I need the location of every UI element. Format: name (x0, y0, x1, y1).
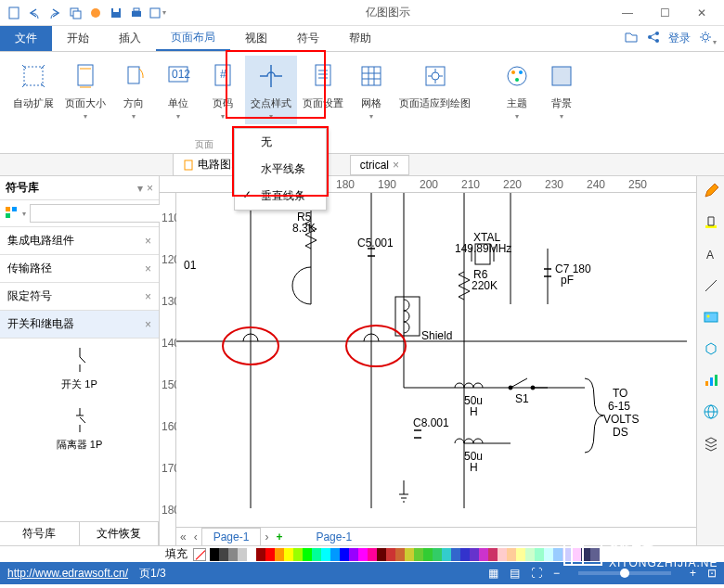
rt-chart-icon[interactable] (700, 369, 722, 391)
shape-isolator-1p[interactable]: 隔离器 1P (7, 406, 151, 452)
color-swatch[interactable] (544, 548, 553, 561)
color-swatch[interactable] (562, 548, 572, 561)
color-swatch[interactable] (525, 548, 535, 561)
qa-redo-icon[interactable] (45, 3, 65, 23)
qa-export-icon[interactable]: ▾ (147, 3, 167, 23)
library-icon[interactable] (4, 205, 19, 223)
qa-color-icon[interactable] (85, 3, 106, 23)
panel-tab-library[interactable]: 符号库 (0, 522, 80, 545)
ribbon-theme[interactable]: 主题 ▾ (495, 56, 539, 124)
color-swatch[interactable] (535, 548, 544, 561)
ribbon-grid[interactable]: 网格 ▾ (349, 56, 394, 124)
color-swatch[interactable] (219, 548, 228, 561)
view-full-icon[interactable]: ⛶ (531, 567, 542, 580)
menu-symbol[interactable]: 符号 (282, 26, 334, 51)
page-nav-next[interactable]: › (261, 530, 272, 543)
qa-copy-icon[interactable] (65, 3, 85, 23)
category-transmission[interactable]: 传输路径× (0, 255, 159, 283)
ribbon-crossstyle[interactable]: 交点样式 ▾ (245, 56, 297, 124)
qa-new-icon[interactable] (4, 3, 24, 23)
color-swatch[interactable] (516, 548, 525, 561)
panel-tab-recovery[interactable]: 文件恢复 (80, 522, 160, 545)
zoom-in-button[interactable]: + (690, 567, 696, 580)
chevron-down-icon[interactable]: ▾ (137, 182, 143, 195)
color-swatch[interactable] (405, 548, 414, 561)
rt-globe-icon[interactable] (700, 401, 722, 423)
color-swatch[interactable] (377, 548, 386, 561)
rt-layers-icon[interactable] (700, 432, 722, 454)
page-tab-2[interactable]: Page-1 (304, 529, 363, 545)
qa-print-icon[interactable] (126, 3, 147, 23)
zoom-slider[interactable] (578, 571, 671, 575)
close-icon[interactable]: × (145, 235, 151, 248)
qa-save-icon[interactable] (106, 3, 126, 23)
status-url[interactable]: http://www.edrawsoft.cn/ (7, 567, 128, 580)
menu-insert[interactable]: 插入 (104, 26, 156, 51)
ribbon-fitdrawing[interactable]: 页面适应到绘图 (394, 56, 476, 114)
color-swatch[interactable] (488, 548, 498, 561)
ribbon-pagenum[interactable]: # 页码 ▾ (200, 56, 245, 124)
search-input[interactable] (30, 204, 178, 223)
color-swatch[interactable] (210, 548, 219, 561)
ribbon-unit[interactable]: 012 单位 ▾ (156, 56, 200, 124)
rt-3d-icon[interactable] (700, 338, 722, 360)
window-minimize-button[interactable]: — (609, 0, 646, 26)
view-outline-icon[interactable]: ▤ (510, 567, 520, 580)
qa-undo-icon[interactable] (24, 3, 45, 23)
window-maximize-button[interactable]: ☐ (646, 0, 683, 26)
close-icon[interactable]: × (145, 262, 151, 275)
color-swatch[interactable] (498, 548, 507, 561)
page-tab-1[interactable]: Page-1 (201, 528, 262, 546)
color-swatch[interactable] (433, 548, 442, 561)
color-swatch[interactable] (368, 548, 377, 561)
menu-help[interactable]: 帮助 (334, 26, 386, 51)
color-swatch[interactable] (442, 548, 451, 561)
color-swatch[interactable] (238, 548, 247, 561)
color-swatch[interactable] (330, 548, 340, 561)
page-nav-prev[interactable]: ‹ (190, 530, 201, 543)
close-icon[interactable]: × (393, 159, 399, 172)
menu-start[interactable]: 开始 (52, 26, 104, 51)
close-icon[interactable]: × (145, 290, 151, 303)
ribbon-autoexpand[interactable]: 自动扩展 (7, 56, 59, 114)
color-swatch[interactable] (247, 548, 256, 561)
zoom-fit-icon[interactable]: ⊡ (707, 567, 717, 580)
color-swatch[interactable] (590, 548, 600, 561)
close-icon[interactable]: × (145, 318, 151, 331)
rt-line-icon[interactable] (700, 275, 722, 297)
dropdown-vert[interactable]: ✓垂直线条 (235, 183, 326, 210)
page-nav-first[interactable]: « (176, 530, 190, 543)
color-swatch[interactable] (265, 548, 275, 561)
color-swatch[interactable] (293, 548, 303, 561)
close-icon[interactable]: × (147, 182, 153, 195)
color-swatch[interactable] (572, 548, 581, 561)
color-swatch[interactable] (321, 548, 330, 561)
window-close-button[interactable]: ✕ (683, 0, 720, 26)
rt-highlight-icon[interactable] (700, 211, 722, 234)
ribbon-background[interactable]: 背景 ▾ (539, 56, 584, 124)
dropdown-none[interactable]: 无 (235, 129, 326, 156)
rt-image-icon[interactable] (700, 306, 722, 328)
share-icon[interactable] (646, 30, 661, 47)
category-switch-relay[interactable]: 开关和继电器× (0, 311, 159, 339)
color-swatch[interactable] (460, 548, 470, 561)
doc-tab-2[interactable]: ctrical × (350, 155, 409, 175)
rt-text-icon[interactable]: A (700, 243, 722, 265)
color-swatch[interactable] (414, 548, 423, 561)
settings-icon[interactable]: ▾ (698, 30, 717, 47)
color-swatch[interactable] (395, 548, 405, 561)
page-add[interactable]: + (272, 530, 286, 543)
color-swatch[interactable] (553, 548, 562, 561)
color-swatch[interactable] (479, 548, 488, 561)
zoom-out-button[interactable]: − (553, 567, 560, 580)
color-swatch[interactable] (507, 548, 516, 561)
drawing-canvas[interactable]: R5 8.3K C5.001 XTAL 149.89MHz R6 220K C7… (176, 193, 696, 527)
color-swatch[interactable] (256, 548, 265, 561)
menu-view[interactable]: 视图 (230, 26, 282, 51)
color-swatch[interactable] (275, 548, 284, 561)
shape-switch-1p[interactable]: 开关 1P (7, 346, 151, 391)
color-swatch[interactable] (470, 548, 479, 561)
ribbon-pagesize[interactable]: 页面大小 ▾ (59, 56, 111, 124)
color-swatch[interactable] (312, 548, 321, 561)
color-swatch[interactable] (340, 548, 349, 561)
